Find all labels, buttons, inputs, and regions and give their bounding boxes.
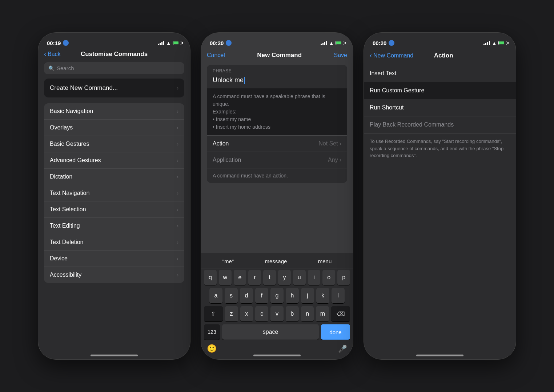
key-shift[interactable]: ⇧ [204,306,223,321]
action-item-insert-text[interactable]: Insert Text [364,65,516,82]
phrase-input-text: Unlock me [213,76,244,84]
chevron-right-icon: › [177,223,178,229]
app-row[interactable]: Application Any › [207,152,347,168]
home-indicator-2 [253,355,301,356]
key-b[interactable]: b [286,306,299,321]
signal-bars-3 [483,41,490,45]
action-item-play-back: Play Back Recorded Commands [364,116,516,133]
key-i[interactable]: i [308,270,321,285]
back-button-1[interactable]: ‹ Back [44,50,61,58]
battery-fill-2 [336,41,341,44]
key-h[interactable]: h [286,288,299,303]
key-delete[interactable]: ⌫ [331,306,350,321]
suggestion-menu[interactable]: menu [315,257,335,266]
key-y[interactable]: y [278,270,291,285]
play-back-hint: To use Recorded Commands, say "Start rec… [364,133,516,164]
key-c[interactable]: c [255,306,268,321]
signal-bar-4 [163,41,164,45]
key-o[interactable]: o [322,270,335,285]
phrase-hint-line2: Examples: [213,109,236,115]
chevron-right-icon: › [177,239,178,245]
key-f[interactable]: f [255,288,268,303]
search-bar-1[interactable]: 🔍 Search [44,62,184,74]
key-n[interactable]: n [301,306,314,321]
key-g[interactable]: g [270,288,284,303]
suggestion-message[interactable]: message [262,257,290,266]
battery-1 [173,41,181,45]
action-hint: A command must have an action. [207,168,347,183]
home-indicator-1 [91,355,138,356]
menu-item-dictation[interactable]: Dictation › [44,169,184,185]
key-space[interactable]: space [222,324,319,340]
key-u[interactable]: u [293,270,306,285]
menu-item-basic-navigation[interactable]: Basic Navigation › [44,103,184,120]
save-button[interactable]: Save [334,52,347,59]
menu-item-accessibility[interactable]: Accessibility › [44,267,184,283]
menu-item-text-navigation[interactable]: Text Navigation › [44,185,184,201]
key-k[interactable]: k [316,288,329,303]
key-w[interactable]: w [219,270,232,285]
keyboard-row-1: q w e r t y u i o p [201,268,353,287]
key-r[interactable]: r [248,270,261,285]
status-right-2: ▲ [321,40,344,46]
menu-item-text-deletion[interactable]: Text Deletion › [44,234,184,251]
create-new-button[interactable]: Create New Command... › [44,79,184,97]
menu-item-overlays[interactable]: Overlays › [44,120,184,136]
signal-bar-3 [487,42,488,45]
action-value: Not Set › [318,140,341,147]
key-e[interactable]: e [234,270,246,285]
time-2: 00:20 [210,40,224,46]
dictation-mic-key[interactable]: 🎤 [338,344,347,353]
phone3-back-button[interactable]: ‹ New Command [370,52,413,59]
menu-item-label: Text Navigation [50,190,89,196]
key-a[interactable]: a [209,288,222,303]
menu-item-text-editing[interactable]: Text Editing › [44,218,184,234]
new-command-card: PHRASE Unlock me A command must have a s… [207,65,347,183]
phone3-nav: ‹ New Command Action [364,49,516,62]
signal-bar-2 [322,43,324,45]
phrase-input-area[interactable]: Unlock me [207,75,347,88]
menu-items-list: Basic Navigation › Overlays › Basic Gest… [44,103,184,283]
create-new-label: Create New Command... [50,84,118,92]
key-v[interactable]: v [270,306,284,321]
menu-item-label: Dictation [50,173,72,180]
menu-item-device[interactable]: Device › [44,251,184,267]
key-t[interactable]: t [263,270,276,285]
emoji-key[interactable]: 🙂 [207,344,217,353]
signal-bars-2 [321,41,327,45]
chevron-right-icon: › [177,125,178,131]
keyboard: "me" message menu q w e r t y u i o p a … [201,253,353,359]
key-done[interactable]: done [321,324,350,340]
key-s[interactable]: s [225,288,238,303]
phone-3: 00:20 ▲ ‹ New Command [364,32,516,360]
action-item-run-shortcut[interactable]: Run Shortcut [364,99,516,116]
menu-item-label: Text Deletion [50,239,84,245]
cancel-button[interactable]: Cancel [207,52,225,59]
action-item-run-custom-gesture[interactable]: Run Custom Gesture [364,82,516,99]
status-left-1: 00:19 [47,40,69,46]
key-p[interactable]: p [337,270,350,285]
key-j[interactable]: j [301,288,314,303]
key-l[interactable]: l [332,288,345,303]
suggestion-me[interactable]: "me" [220,257,237,266]
nav-bar-1: ‹ Back Customise Commands [38,49,190,61]
key-123[interactable]: 123 [204,324,220,340]
search-placeholder-1: Search [57,65,74,71]
key-q[interactable]: q [204,270,217,285]
key-m[interactable]: m [316,306,329,321]
app-label: Application [213,157,241,163]
chevron-right-icon: › [177,256,178,261]
action-item-label: Run Shortcut [370,104,404,111]
menu-item-advanced-gestures[interactable]: Advanced Gestures › [44,152,184,169]
key-d[interactable]: d [240,288,253,303]
status-right-1: ▲ [158,40,181,46]
menu-item-text-selection[interactable]: Text Selection › [44,201,184,218]
key-x[interactable]: x [240,306,253,321]
menu-item-basic-gestures[interactable]: Basic Gestures › [44,136,184,152]
chevron-left-icon-1: ‹ [44,50,46,58]
chevron-right-icon: › [177,141,178,147]
action-row[interactable]: Action Not Set › [207,135,347,152]
menu-item-label: Basic Gestures [50,141,89,147]
key-z[interactable]: z [225,306,238,321]
chevron-right-icon: › [177,207,178,212]
